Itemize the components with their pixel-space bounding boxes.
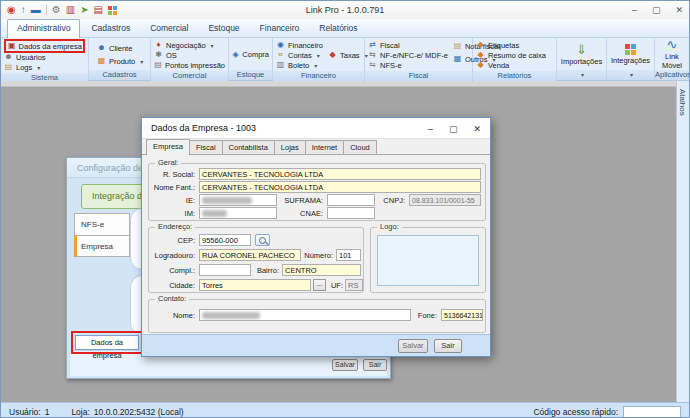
ribbon-item-usuarios[interactable]: ☻ Usuários [4,52,85,62]
redacted-value [202,197,252,204]
cidade-browse-button[interactable]: ... [313,279,326,291]
sair-button[interactable]: Sair [434,339,462,353]
ribbon-item-label: Usuários [16,53,46,62]
nome-fant-field[interactable]: CERVANTES - TECNOLOGIA LTDA [199,181,481,193]
ribbon-item-pontos-impressao[interactable]: ▤ Pontos impressão [154,60,225,70]
dialog-tab-fiscal[interactable]: Fiscal [189,140,223,154]
tab-estoque[interactable]: Estoque [199,20,248,37]
workspace-top-strip [1,81,689,87]
dados-empresa-dialog: Dados da Empresa - 1003 – ▢ ✕ Empresa Fi… [141,117,491,357]
im-field[interactable] [199,207,277,219]
nfse-tab-empresa[interactable]: Empresa [74,235,130,257]
codigo-acesso-input[interactable] [623,406,681,418]
power-icon[interactable]: ◉ [7,5,16,15]
ribbon-item-negociacao[interactable]: ♦ Negociação ▾ [154,40,225,50]
ribbon-item-taxas[interactable]: ◆ Taxas ▾ [328,50,368,60]
ribbon-item-os[interactable]: ✱ OS [154,50,225,60]
ribbon-item-nfse[interactable]: ⇋ NFS-e [368,60,448,70]
app-window: ◉ ↑ ▬ ⚙ ▥ ➤ ▤ Link Pro - 1.0.0.791 – ▢ ✕… [0,0,690,418]
dados-empresa-button[interactable]: Dados da empresa [75,335,139,350]
minimize-icon[interactable]: – [428,124,433,134]
close-icon[interactable]: ✕ [473,124,481,134]
tab-atalhos[interactable]: Atalhos [677,81,687,116]
maximize-icon[interactable]: ▢ [449,124,458,134]
up-arrow-icon[interactable]: ↑ [21,5,26,15]
dialog-tab-internet[interactable]: Internet [305,140,344,154]
contato-nome-field[interactable] [199,309,411,321]
uf-label: UF: [327,279,343,292]
shortcuts-panel-strip: Atalhos [676,81,689,402]
contato-nome-label: Nome: [149,309,195,322]
suframa-field[interactable] [327,194,375,206]
tab-administrativo[interactable]: Administrativo [7,19,80,38]
tab-comercial[interactable]: Comercial [141,20,197,37]
ribbon-item-label: Pontos impressão [165,61,225,70]
columns-icon[interactable]: ▤ [94,5,103,15]
salvar-button[interactable]: Salvar [398,339,428,353]
send-icon[interactable]: ➤ [80,5,88,15]
ribbon-item-boleto[interactable]: ▥ Boleto ▾ [276,60,323,70]
logo-placeholder[interactable] [377,235,479,286]
ribbon-item-logs[interactable]: ▤ Logs ▾ [4,62,85,72]
logradouro-field[interactable]: RUA CORONEL PACHECO [199,249,301,261]
nfse-sair-button[interactable]: Sair [363,359,387,371]
ribbon-item-resumo-caixa[interactable]: ◆ Resumo de caixa [476,50,553,60]
calendar-icon: ▦ [453,55,462,63]
ribbon-item-label: Compra [242,50,269,59]
ribbon-item-etiquetas[interactable]: ◆ Etiquetas [476,40,553,50]
ribbon-item-compra[interactable]: ◈ Compra [232,50,269,60]
cart-icon: ◈ [232,51,239,59]
tab-financeiro[interactable]: Financeiro [251,20,309,37]
ribbon-item-financeiro[interactable]: ◉ Financeiro [276,40,323,50]
fone-field[interactable]: 5136642131 [441,309,483,321]
tag-icon: ◆ [476,41,485,49]
ribbon-item-label: Produto [109,57,135,66]
barcode-icon: ▥ [276,61,285,69]
dialog-tab-lojas[interactable]: Lojas [274,140,306,154]
tiles-icon[interactable] [108,6,117,15]
close-icon[interactable]: ✕ [675,5,683,15]
cep-field[interactable]: 95560-000 [199,234,251,246]
ribbon-item-contas[interactable]: ¤ Contas ▾ [276,50,323,60]
integracoes-dropdown[interactable]: ▾ [607,70,654,80]
tab-relatorios[interactable]: Relatórios [310,20,366,37]
ribbon-item-produto[interactable]: ▦ Produto ▾ [97,56,147,66]
ribbon-item-nfe[interactable]: ⇆ NF-e/NFC-e/ MDF-e [368,50,448,60]
dialog-tab-empresa[interactable]: Empresa [146,139,190,155]
ribbon-group-aplicativos: ∿ Link Móvel Aplicativos [655,38,689,80]
tab-cadastros[interactable]: Cadastros [82,20,139,37]
maximize-icon[interactable]: ▢ [652,5,661,15]
ribbon-item-importacoes[interactable]: ⇓ Importações [557,38,606,70]
numero-field[interactable]: 101 [336,249,361,261]
cnae-field[interactable] [327,207,375,219]
minimize-icon[interactable]: – [632,5,637,15]
monitor-icon[interactable]: ▬ [31,5,41,15]
im-label: IM: [149,207,195,220]
dialog-tab-cloud[interactable]: Cloud [343,140,377,154]
nfse-salvar-button[interactable]: Salvar [332,359,358,371]
compl-field[interactable] [199,264,251,276]
ribbon-item-integracoes[interactable]: Integrações [607,38,654,70]
r-social-field[interactable]: CERVANTES - TECNOLOGIA LTDA [199,168,481,180]
ie-field[interactable] [199,194,277,206]
dialog-tab-contabilista[interactable]: Contabilista [222,140,275,154]
cep-search-button[interactable] [255,234,270,246]
nfse-tab-nfse[interactable]: NFS-e [74,213,130,235]
cidade-field[interactable]: Torres [199,279,311,291]
ribbon-item-dados-empresa[interactable]: ▣ Dados da empresa [8,41,81,51]
book-icon[interactable]: ▥ [66,5,75,15]
bairro-field[interactable]: CENTRO [282,264,361,276]
ribbon-item-venda[interactable]: ◆ Venda [476,60,553,70]
gear-icon[interactable]: ⚙ [52,5,61,15]
ribbon-item-cliente[interactable]: ☻ Cliente [97,43,147,53]
dialog-controls: – ▢ ✕ [428,118,481,139]
groupbox-logo-title: Logo: [377,222,402,232]
highlight-box-dados-empresa: ▣ Dados da empresa [4,39,85,53]
cep-label: CEP: [149,234,195,247]
ribbon-item-label: Taxas [340,51,360,60]
ribbon-item-fiscal[interactable]: ⇄ Fiscal [368,40,448,50]
groupbox-contato-title: Contato: [155,294,189,304]
importacoes-dropdown[interactable]: ▾ [557,70,606,80]
ribbon-item-link-movel[interactable]: ∿ Link Móvel [655,38,689,70]
toolbar-separator [46,5,47,15]
